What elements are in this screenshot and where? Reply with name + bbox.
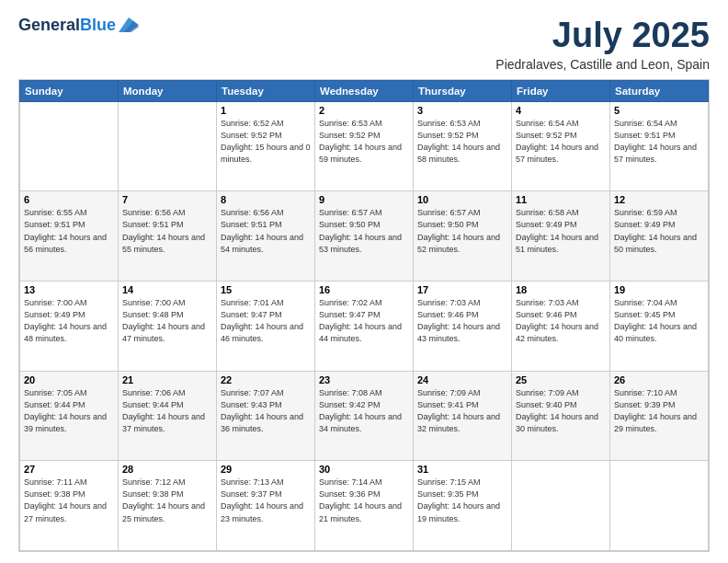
day-info: Sunrise: 7:10 AMSunset: 9:39 PMDaylight:… [614, 387, 704, 435]
calendar-cell: 18Sunrise: 7:03 AMSunset: 9:46 PMDayligh… [512, 282, 610, 372]
day-number: 18 [516, 284, 606, 295]
day-of-week-header: Tuesday [217, 80, 315, 101]
day-of-week-header: Friday [512, 80, 610, 101]
day-of-week-header: Wednesday [315, 80, 414, 101]
day-info: Sunrise: 6:56 AMSunset: 9:51 PMDaylight:… [221, 207, 311, 255]
logo-icon [119, 17, 139, 32]
calendar-cell: 29Sunrise: 7:13 AMSunset: 9:37 PMDayligh… [217, 461, 315, 551]
calendar-cell: 15Sunrise: 7:01 AMSunset: 9:47 PMDayligh… [217, 282, 315, 372]
day-number: 1 [221, 105, 311, 116]
logo: GeneralBlue [18, 17, 139, 33]
calendar-cell: 3Sunrise: 6:53 AMSunset: 9:52 PMDaylight… [414, 101, 512, 191]
calendar-cell: 9Sunrise: 6:57 AMSunset: 9:50 PMDaylight… [315, 191, 414, 282]
calendar-cell [512, 461, 610, 551]
location: Piedralaves, Castille and Leon, Spain [495, 57, 710, 72]
day-number: 20 [24, 374, 114, 385]
day-number: 13 [24, 284, 114, 295]
calendar-cell: 28Sunrise: 7:12 AMSunset: 9:38 PMDayligh… [119, 461, 217, 551]
day-of-week-header: Saturday [610, 80, 709, 101]
day-info: Sunrise: 7:02 AMSunset: 9:47 PMDaylight:… [319, 297, 409, 345]
day-number: 26 [614, 374, 704, 385]
day-info: Sunrise: 7:00 AMSunset: 9:49 PMDaylight:… [24, 297, 114, 345]
day-number: 2 [319, 105, 409, 116]
day-number: 24 [417, 374, 507, 385]
day-info: Sunrise: 7:07 AMSunset: 9:43 PMDaylight:… [221, 387, 311, 435]
day-number: 25 [516, 374, 606, 385]
day-number: 27 [24, 464, 114, 475]
day-number: 5 [614, 105, 704, 116]
calendar-cell: 20Sunrise: 7:05 AMSunset: 9:44 PMDayligh… [20, 371, 119, 461]
calendar-cell [20, 101, 119, 191]
day-number: 15 [221, 284, 311, 295]
day-info: Sunrise: 6:57 AMSunset: 9:50 PMDaylight:… [319, 207, 409, 255]
day-info: Sunrise: 6:53 AMSunset: 9:52 PMDaylight:… [417, 118, 507, 166]
day-info: Sunrise: 7:14 AMSunset: 9:36 PMDaylight:… [319, 477, 409, 524]
calendar-cell: 24Sunrise: 7:09 AMSunset: 9:41 PMDayligh… [414, 371, 512, 461]
day-info: Sunrise: 6:59 AMSunset: 9:49 PMDaylight:… [614, 207, 704, 255]
day-number: 23 [319, 374, 409, 385]
day-number: 10 [417, 194, 507, 205]
day-info: Sunrise: 7:03 AMSunset: 9:46 PMDaylight:… [417, 297, 507, 345]
day-of-week-header: Sunday [20, 80, 119, 101]
day-number: 29 [221, 464, 311, 475]
calendar-cell: 11Sunrise: 6:58 AMSunset: 9:49 PMDayligh… [512, 191, 610, 282]
header: GeneralBlue July 2025 Piedralaves, Casti… [18, 17, 710, 72]
calendar-cell [610, 461, 709, 551]
day-info: Sunrise: 6:56 AMSunset: 9:51 PMDaylight:… [122, 207, 212, 255]
day-info: Sunrise: 7:09 AMSunset: 9:41 PMDaylight:… [417, 387, 507, 435]
day-number: 16 [319, 284, 409, 295]
day-info: Sunrise: 7:09 AMSunset: 9:40 PMDaylight:… [516, 387, 606, 435]
day-number: 4 [516, 105, 606, 116]
day-number: 30 [319, 464, 409, 475]
day-number: 31 [417, 464, 507, 475]
calendar-cell: 23Sunrise: 7:08 AMSunset: 9:42 PMDayligh… [315, 371, 414, 461]
calendar-cell: 12Sunrise: 6:59 AMSunset: 9:49 PMDayligh… [610, 191, 709, 282]
day-info: Sunrise: 6:57 AMSunset: 9:50 PMDaylight:… [417, 207, 507, 255]
calendar-cell: 30Sunrise: 7:14 AMSunset: 9:36 PMDayligh… [315, 461, 414, 551]
calendar-cell: 6Sunrise: 6:55 AMSunset: 9:51 PMDaylight… [20, 191, 119, 282]
day-info: Sunrise: 6:54 AMSunset: 9:52 PMDaylight:… [516, 118, 606, 166]
calendar-cell: 2Sunrise: 6:53 AMSunset: 9:52 PMDaylight… [315, 101, 414, 191]
day-of-week-header: Monday [119, 80, 217, 101]
day-number: 12 [614, 194, 704, 205]
calendar-cell: 1Sunrise: 6:52 AMSunset: 9:52 PMDaylight… [217, 101, 315, 191]
day-number: 7 [122, 194, 212, 205]
calendar-cell: 4Sunrise: 6:54 AMSunset: 9:52 PMDaylight… [512, 101, 610, 191]
calendar-cell: 21Sunrise: 7:06 AMSunset: 9:44 PMDayligh… [119, 371, 217, 461]
calendar-cell: 19Sunrise: 7:04 AMSunset: 9:45 PMDayligh… [610, 282, 709, 372]
day-number: 6 [24, 194, 114, 205]
day-info: Sunrise: 7:06 AMSunset: 9:44 PMDaylight:… [122, 387, 212, 435]
day-info: Sunrise: 7:04 AMSunset: 9:45 PMDaylight:… [614, 297, 704, 345]
day-info: Sunrise: 7:05 AMSunset: 9:44 PMDaylight:… [24, 387, 114, 435]
calendar-cell: 5Sunrise: 6:54 AMSunset: 9:51 PMDaylight… [610, 101, 709, 191]
day-info: Sunrise: 6:53 AMSunset: 9:52 PMDaylight:… [319, 118, 409, 166]
day-number: 9 [319, 194, 409, 205]
day-info: Sunrise: 7:03 AMSunset: 9:46 PMDaylight:… [516, 297, 606, 345]
calendar-cell: 16Sunrise: 7:02 AMSunset: 9:47 PMDayligh… [315, 282, 414, 372]
day-info: Sunrise: 6:58 AMSunset: 9:49 PMDaylight:… [516, 207, 606, 255]
day-info: Sunrise: 7:12 AMSunset: 9:38 PMDaylight:… [122, 477, 212, 524]
calendar-cell: 31Sunrise: 7:15 AMSunset: 9:35 PMDayligh… [414, 461, 512, 551]
day-info: Sunrise: 6:55 AMSunset: 9:51 PMDaylight:… [24, 207, 114, 255]
day-info: Sunrise: 7:15 AMSunset: 9:35 PMDaylight:… [417, 477, 507, 524]
day-info: Sunrise: 7:13 AMSunset: 9:37 PMDaylight:… [221, 477, 311, 524]
logo-general: GeneralBlue [18, 17, 116, 33]
calendar-cell: 8Sunrise: 6:56 AMSunset: 9:51 PMDaylight… [217, 191, 315, 282]
calendar-cell: 7Sunrise: 6:56 AMSunset: 9:51 PMDaylight… [119, 191, 217, 282]
title-block: July 2025 Piedralaves, Castille and Leon… [495, 17, 710, 72]
calendar-cell: 17Sunrise: 7:03 AMSunset: 9:46 PMDayligh… [414, 282, 512, 372]
calendar-cell: 13Sunrise: 7:00 AMSunset: 9:49 PMDayligh… [20, 282, 119, 372]
month-title: July 2025 [495, 17, 710, 55]
day-info: Sunrise: 6:54 AMSunset: 9:51 PMDaylight:… [614, 118, 704, 166]
day-number: 28 [122, 464, 212, 475]
day-info: Sunrise: 7:01 AMSunset: 9:47 PMDaylight:… [221, 297, 311, 345]
day-number: 11 [516, 194, 606, 205]
page: GeneralBlue July 2025 Piedralaves, Casti… [0, 0, 728, 563]
calendar-cell: 25Sunrise: 7:09 AMSunset: 9:40 PMDayligh… [512, 371, 610, 461]
day-number: 3 [417, 105, 507, 116]
day-of-week-header: Thursday [414, 80, 512, 101]
day-number: 21 [122, 374, 212, 385]
calendar: SundayMondayTuesdayWednesdayThursdayFrid… [18, 79, 710, 552]
day-number: 17 [417, 284, 507, 295]
calendar-cell: 26Sunrise: 7:10 AMSunset: 9:39 PMDayligh… [610, 371, 709, 461]
